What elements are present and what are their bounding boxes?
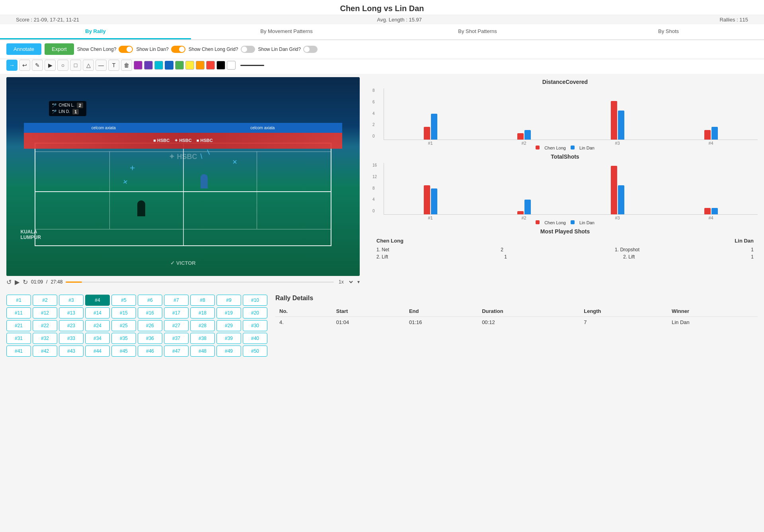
color-green[interactable] (175, 61, 184, 70)
rally-btn-23[interactable]: #23 (59, 320, 84, 331)
speed-select[interactable]: 1x 0.5x 2x (337, 279, 354, 285)
col-length: Length (580, 306, 668, 317)
dist-bar-lin-4 (711, 127, 718, 140)
rally-btn-17[interactable]: #17 (164, 307, 189, 318)
tool-arrow[interactable]: → (6, 60, 18, 71)
detail-winner: Lin Dan (668, 316, 758, 328)
rally-btn-9[interactable]: #9 (216, 295, 241, 306)
lin-grid-toggle[interactable] (303, 46, 318, 53)
rally-btn-1[interactable]: #1 (6, 295, 31, 306)
color-black[interactable] (216, 61, 225, 70)
rally-btn-15[interactable]: #15 (111, 307, 136, 318)
rally-btn-19[interactable]: #19 (216, 307, 241, 318)
rally-btn-10[interactable]: #10 (243, 295, 267, 306)
rally-btn-26[interactable]: #26 (138, 320, 162, 331)
rally-btn-4[interactable]: #4 (85, 295, 110, 306)
rally-btn-27[interactable]: #27 (164, 320, 189, 331)
rally-btn-35[interactable]: #35 (111, 333, 136, 344)
rally-btn-31[interactable]: #31 (6, 333, 31, 344)
tool-line[interactable]: — (96, 60, 107, 71)
rally-btn-13[interactable]: #13 (59, 307, 84, 318)
tool-pen[interactable]: ✎ (32, 60, 43, 71)
total-time: 27:48 (51, 279, 62, 285)
tool-play[interactable]: ▶ (45, 60, 56, 71)
export-button[interactable]: Export (45, 43, 74, 55)
color-red[interactable] (206, 61, 215, 70)
rally-btn-22[interactable]: #22 (33, 320, 57, 331)
rally-btn-30[interactable]: #30 (243, 320, 267, 331)
line-thickness-slider[interactable] (240, 65, 264, 66)
rally-btn-6[interactable]: #6 (138, 295, 162, 306)
rally-btn-38[interactable]: #38 (190, 333, 215, 344)
color-orange[interactable] (196, 61, 205, 70)
tab-by-shot-patterns[interactable]: By Shot Patterns (382, 24, 573, 39)
rally-btn-36[interactable]: #36 (138, 333, 162, 344)
rally-btn-12[interactable]: #12 (33, 307, 57, 318)
rally-btn-43[interactable]: #43 (59, 346, 84, 357)
rally-btn-20[interactable]: #20 (243, 307, 267, 318)
rally-btn-41[interactable]: #41 (6, 346, 31, 357)
play-button[interactable]: ▶ (15, 278, 19, 286)
shots-legend-lin-dot (571, 220, 575, 224)
player-lin (201, 174, 208, 188)
tool-delete[interactable]: 🗑 (121, 60, 132, 71)
rally-btn-18[interactable]: #18 (190, 307, 215, 318)
rally-btn-45[interactable]: #45 (111, 346, 136, 357)
tool-circle[interactable]: ○ (57, 60, 68, 71)
color-white[interactable] (227, 61, 236, 70)
shots-y16: 16 (372, 163, 377, 167)
rally-btn-29[interactable]: #29 (216, 320, 241, 331)
rally-btn-49[interactable]: #49 (216, 346, 241, 357)
dist-legend: Chen Long Lin Dan (372, 146, 758, 150)
tab-by-shots[interactable]: By Shots (573, 24, 764, 39)
rally-btn-28[interactable]: #28 (190, 320, 215, 331)
rally-btn-33[interactable]: #33 (59, 333, 84, 344)
color-yellow[interactable] (185, 61, 194, 70)
color-cyan[interactable] (154, 61, 163, 70)
lin-toggle[interactable] (171, 46, 185, 53)
rally-btn-16[interactable]: #16 (138, 307, 162, 318)
color-purple[interactable] (134, 61, 142, 70)
tab-by-rally[interactable]: By Rally (0, 24, 191, 39)
rally-btn-50[interactable]: #50 (243, 346, 267, 357)
rally-btn-46[interactable]: #46 (138, 346, 162, 357)
rally-btn-48[interactable]: #48 (190, 346, 215, 357)
rally-btn-24[interactable]: #24 (85, 320, 110, 331)
tool-undo[interactable]: ↩ (19, 60, 30, 71)
rally-btn-34[interactable]: #34 (85, 333, 110, 344)
detail-table: No. Start End Duration Length Winner 4. … (275, 306, 758, 328)
chen-toggle[interactable] (119, 46, 133, 53)
rally-btn-21[interactable]: #21 (6, 320, 31, 331)
tab-by-movement[interactable]: By Movement Patterns (191, 24, 382, 39)
replay-button[interactable]: ↻ (23, 278, 28, 286)
rally-btn-37[interactable]: #37 (164, 333, 189, 344)
tool-text[interactable]: T (108, 60, 119, 71)
rally-grid: #1#2#3#4#5#6#7#8#9#10#11#12#13#14#15#16#… (6, 295, 269, 357)
rally-btn-39[interactable]: #39 (216, 333, 241, 344)
rally-btn-2[interactable]: #2 (33, 295, 57, 306)
rally-btn-7[interactable]: #7 (164, 295, 189, 306)
rally-btn-5[interactable]: #5 (111, 295, 136, 306)
annotate-button[interactable]: Annotate (6, 43, 41, 55)
rewind-button[interactable]: ↺ (6, 278, 12, 286)
dist-legend-chen-label: Chen Long (544, 146, 566, 150)
rally-btn-47[interactable]: #47 (164, 346, 189, 357)
rally-btn-25[interactable]: #25 (111, 320, 136, 331)
tool-rect[interactable]: □ (70, 60, 81, 71)
chen-grid-toggle[interactable] (241, 46, 255, 53)
time-display: 01:09 (31, 279, 43, 285)
rally-btn-3[interactable]: #3 (59, 295, 84, 306)
rally-btn-32[interactable]: #32 (33, 333, 57, 344)
tool-triangle[interactable]: △ (83, 60, 94, 71)
color-deep-purple[interactable] (144, 61, 153, 70)
score-label: Score : 21-09, 17-21, 11-21 (16, 17, 79, 23)
rally-btn-8[interactable]: #8 (190, 295, 215, 306)
color-blue-active[interactable] (165, 61, 173, 70)
rally-btn-11[interactable]: #11 (6, 307, 31, 318)
lin-rank-2: 2. Lift (623, 254, 635, 260)
rally-btn-42[interactable]: #42 (33, 346, 57, 357)
progress-bar[interactable] (66, 282, 334, 283)
rally-btn-40[interactable]: #40 (243, 333, 267, 344)
rally-btn-44[interactable]: #44 (85, 346, 110, 357)
rally-btn-14[interactable]: #14 (85, 307, 110, 318)
